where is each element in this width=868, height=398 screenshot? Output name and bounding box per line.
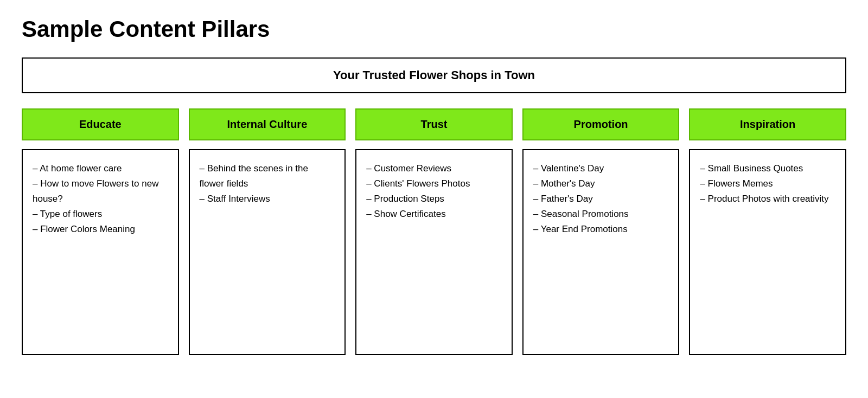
- trusted-banner: Your Trusted Flower Shops in Town: [22, 57, 846, 93]
- pillar-educate: Educate– At home flower care – How to mo…: [22, 108, 179, 355]
- page-title: Sample Content Pillars: [22, 16, 846, 42]
- pillar-trust: Trust– Customer Reviews – Clients' Flowe…: [355, 108, 513, 355]
- pillar-header-inspiration: Inspiration: [689, 108, 846, 140]
- pillar-content-inspiration: – Small Business Quotes – Flowers Memes …: [689, 149, 846, 355]
- pillar-header-internal-culture: Internal Culture: [189, 108, 346, 140]
- pillar-content-trust: – Customer Reviews – Clients' Flowers Ph…: [355, 149, 513, 355]
- pillar-promotion: Promotion– Valentine's Day – Mother's Da…: [522, 108, 680, 355]
- pillars-container: Educate– At home flower care – How to mo…: [22, 108, 846, 355]
- pillar-content-promotion: – Valentine's Day – Mother's Day – Fathe…: [522, 149, 680, 355]
- pillar-content-internal-culture: – Behind the scenes in the flower fields…: [189, 149, 346, 355]
- pillar-content-educate: – At home flower care – How to move Flow…: [22, 149, 179, 355]
- pillar-header-trust: Trust: [355, 108, 513, 140]
- pillar-inspiration: Inspiration– Small Business Quotes – Flo…: [689, 108, 846, 355]
- pillar-header-educate: Educate: [22, 108, 179, 140]
- pillar-internal-culture: Internal Culture– Behind the scenes in t…: [189, 108, 346, 355]
- pillar-header-promotion: Promotion: [522, 108, 680, 140]
